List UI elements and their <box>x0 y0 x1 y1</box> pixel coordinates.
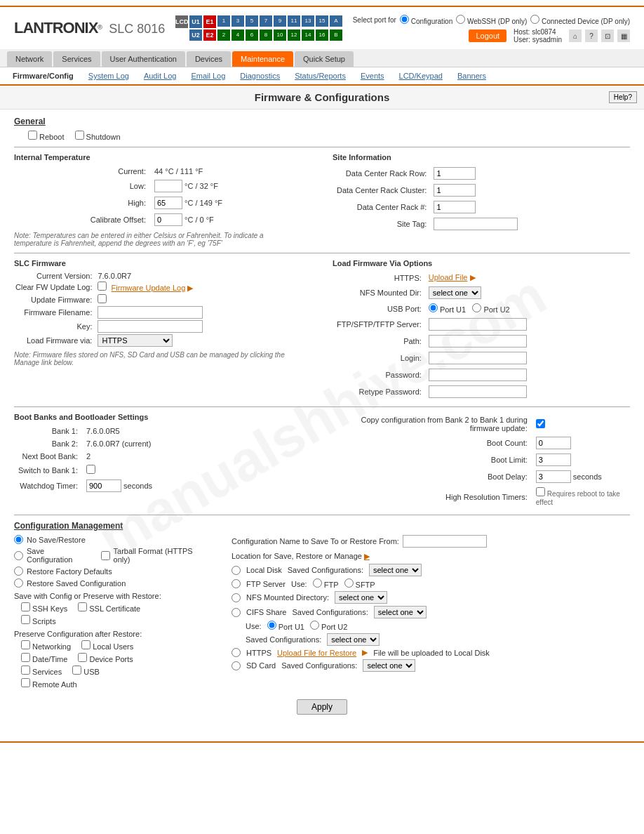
fw-key-input[interactable] <box>98 320 203 333</box>
fw-filename-input[interactable] <box>98 306 203 319</box>
tarball-checkbox[interactable] <box>101 551 110 560</box>
nav-network[interactable]: Network <box>7 51 52 67</box>
port-5[interactable]: 5 <box>246 15 258 27</box>
port-2[interactable]: 2 <box>217 29 230 41</box>
subnav-diagnostics[interactable]: Diagnostics <box>234 70 286 82</box>
nav-quick-setup[interactable]: Quick Setup <box>295 51 354 67</box>
manage-link[interactable]: ▶ <box>364 552 370 560</box>
no-save-radio[interactable] <box>14 535 23 544</box>
subnav-firmware-config[interactable]: Firmware/Config <box>7 70 79 82</box>
copy-config-checkbox[interactable] <box>536 419 545 428</box>
datetime-checkbox[interactable] <box>21 653 30 662</box>
site-tag-input[interactable] <box>434 218 518 230</box>
sftp-radio[interactable] <box>344 578 354 588</box>
retype-password-input[interactable] <box>429 385 527 398</box>
nfs-radio[interactable] <box>232 593 241 602</box>
port-8[interactable]: 8 <box>260 29 272 41</box>
nfs-dir-select[interactable]: select one <box>335 591 387 604</box>
grid-icon[interactable]: ▦ <box>617 29 630 42</box>
port-15[interactable]: 15 <box>316 15 328 27</box>
usb-port1-radio[interactable] <box>429 303 438 312</box>
port-1[interactable]: 1 <box>217 15 230 27</box>
nfs-select[interactable]: select one <box>429 286 481 299</box>
connected-radio[interactable] <box>530 15 539 24</box>
port-10[interactable]: 10 <box>274 29 286 41</box>
boot-limit-input[interactable] <box>536 454 571 466</box>
subnav-audit-log[interactable]: Audit Log <box>138 70 182 82</box>
apply-button[interactable]: Apply <box>297 699 347 715</box>
remote-auth-checkbox[interactable] <box>21 678 30 687</box>
upload-restore-link[interactable]: Upload File for Restore <box>277 649 356 657</box>
boot-delay-input[interactable] <box>536 470 571 483</box>
temp-high-input[interactable] <box>154 197 182 209</box>
config-name-input[interactable] <box>403 535 487 548</box>
port-4[interactable]: 4 <box>232 29 244 41</box>
port-6[interactable]: 6 <box>246 29 258 41</box>
https-radio[interactable] <box>232 648 241 657</box>
login-input[interactable] <box>429 352 527 364</box>
help-icon[interactable]: ? <box>585 29 598 42</box>
restore-factory-radio[interactable] <box>14 567 23 576</box>
upload-file-link[interactable]: Upload File <box>429 273 468 282</box>
ssh-keys-checkbox[interactable] <box>21 602 30 611</box>
device-ports-checkbox[interactable] <box>78 653 87 662</box>
port-a[interactable]: A <box>330 15 342 27</box>
subnav-status-reports[interactable]: Status/Reports <box>289 70 351 82</box>
networking-checkbox[interactable] <box>21 640 30 649</box>
site-dc-rack-input[interactable] <box>434 201 476 213</box>
config-radio[interactable] <box>400 15 409 24</box>
site-dc-rack-cluster-input[interactable] <box>434 184 476 197</box>
u1-button[interactable]: U1 <box>189 15 202 28</box>
port-7[interactable]: 7 <box>260 15 272 27</box>
port-3[interactable]: 3 <box>232 15 244 27</box>
password-input[interactable] <box>429 369 527 381</box>
webssh-radio[interactable] <box>456 15 465 24</box>
boot-count-input[interactable] <box>536 437 571 449</box>
restore-saved-radio[interactable] <box>14 578 23 588</box>
usb-port2-radio[interactable] <box>472 303 481 312</box>
subnav-events[interactable]: Events <box>355 70 390 82</box>
sd-card-radio[interactable] <box>232 661 241 670</box>
logout-button[interactable]: Logout <box>469 29 507 42</box>
fw-update-log-link[interactable]: Firmware Update Log <box>112 284 186 292</box>
port-b[interactable]: B <box>330 29 342 41</box>
temp-low-input[interactable] <box>154 180 182 192</box>
ssl-cert-checkbox[interactable] <box>78 602 87 611</box>
clear-fw-log-checkbox[interactable] <box>98 282 107 291</box>
port-9[interactable]: 9 <box>274 15 286 27</box>
watchdog-input[interactable] <box>86 479 121 492</box>
e2-button[interactable]: E2 <box>203 29 216 41</box>
ftp-radio[interactable] <box>313 578 322 588</box>
e1-button[interactable]: E1 <box>203 15 216 28</box>
ftp-server-input[interactable] <box>429 318 527 331</box>
reboot-checkbox[interactable] <box>28 131 37 140</box>
update-firmware-checkbox[interactable] <box>98 294 107 303</box>
home-icon[interactable]: ⌂ <box>569 29 582 42</box>
temp-calibrate-input[interactable] <box>154 213 182 226</box>
fw-load-via-select[interactable]: HTTPS NFS USB FTP/SFTP/TFTP <box>98 334 173 347</box>
services-checkbox[interactable] <box>21 666 30 675</box>
subnav-lcd-keypad[interactable]: LCD/Keypad <box>394 70 448 82</box>
site-dc-rack-row-input[interactable] <box>434 167 476 180</box>
nav-services[interactable]: Services <box>53 51 100 67</box>
u2-button[interactable]: U2 <box>189 29 202 41</box>
save-config-radio[interactable] <box>14 551 23 560</box>
usb-checkbox[interactable] <box>72 666 81 675</box>
port-14[interactable]: 14 <box>302 29 314 41</box>
port-12[interactable]: 12 <box>288 29 300 41</box>
local-disk-radio[interactable] <box>232 566 241 575</box>
subnav-email-log[interactable]: Email Log <box>185 70 231 82</box>
lcd-button[interactable]: LCD <box>175 15 188 28</box>
cifs-saved2-select[interactable]: select one <box>327 633 380 646</box>
port-16[interactable]: 16 <box>316 29 328 41</box>
cifs-port-u1-radio[interactable] <box>267 621 276 630</box>
scripts-checkbox[interactable] <box>21 615 30 624</box>
cifs-select[interactable]: select one <box>374 606 427 618</box>
ftp-server-radio[interactable] <box>232 579 241 588</box>
path-input[interactable] <box>429 335 527 348</box>
subnav-system-log[interactable]: System Log <box>83 70 135 82</box>
nav-maintenance[interactable]: Maintenance <box>232 51 293 67</box>
port-13[interactable]: 13 <box>302 15 314 27</box>
nav-user-auth[interactable]: User Authentication <box>102 51 185 67</box>
cifs-radio[interactable] <box>232 608 241 617</box>
